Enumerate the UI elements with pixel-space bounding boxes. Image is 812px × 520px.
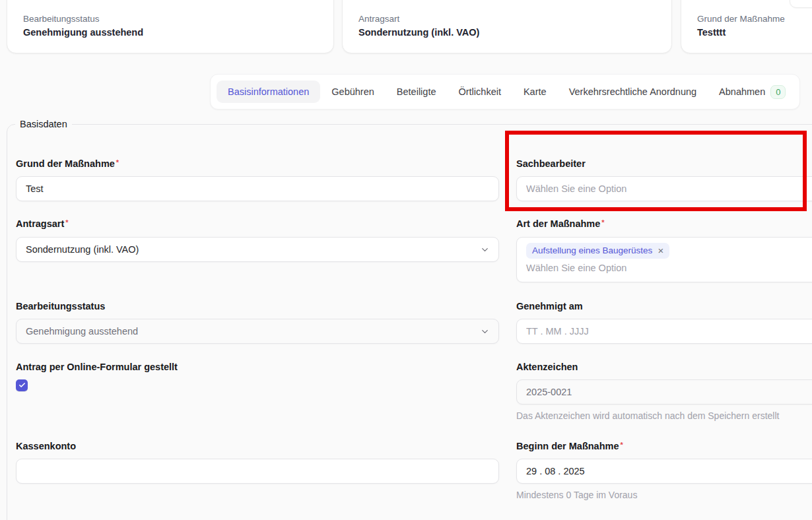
tab-beteiligte[interactable]: Beteiligte (386, 81, 448, 103)
required-asterisk: * (65, 218, 68, 226)
label-text: Kassenkonto (16, 441, 76, 451)
beginn-der-massnahme-date-input[interactable] (516, 459, 812, 484)
tab-label: Verkehrsrechtliche Anordnung (569, 86, 696, 97)
label-beginn-der-massnahme: Beginn der Maßnahme* (516, 441, 623, 451)
art-der-massnahme-multiselect[interactable]: Aufstellung eines Baugerüstes × Wählen S… (516, 237, 812, 282)
tab-label: Beteiligte (397, 86, 436, 97)
label-text: Aktenzeichen (516, 362, 578, 372)
online-formular-checkbox[interactable] (16, 379, 28, 391)
aktenzeichen-helper-text: Das Aktenzeichen wird automatisch nach d… (516, 410, 779, 421)
tab-label: Örtlichkeit (458, 86, 500, 97)
label-bearbeitungsstatus: Bearbeitungsstatus (16, 301, 105, 311)
label-art-der-massnahme: Art der Maßnahme* (516, 218, 605, 229)
chip-label: Aufstellung eines Baugerüstes (532, 245, 652, 257)
tab-label: Basisinformationen (228, 86, 309, 97)
sachbearbeiter-select[interactable] (516, 176, 812, 201)
card-label: Bearbeitungsstatus (23, 14, 318, 24)
label-kassenkonto: Kassenkonto (16, 441, 76, 451)
label-text: Art der Maßnahme (516, 218, 600, 229)
chevron-down-icon (480, 245, 490, 257)
tab-karte[interactable]: Karte (512, 81, 558, 103)
label-text: Bearbeitungsstatus (16, 301, 105, 311)
card-label: Grund der Maßnahme (697, 14, 809, 24)
label-sachbearbeiter: Sachbearbeiter (516, 158, 586, 169)
label-genehmigt-am: Genehmigt am (516, 301, 583, 311)
label-text: Grund der Maßnahme (16, 158, 115, 169)
tab-bar: Basisinformationen Gebühren Beteiligte Ö… (210, 74, 800, 110)
card-value: Testttt (697, 27, 809, 38)
label-text: Antrag per Online-Formular gestellt (16, 362, 178, 372)
aktenzeichen-input (516, 379, 812, 405)
selected-tag-chip: Aufstellung eines Baugerüstes × (526, 243, 669, 259)
tab-label: Karte (524, 86, 547, 97)
label-text: Genehmigt am (516, 301, 583, 311)
card-value: Genehmigung ausstehend (23, 27, 318, 38)
selected-option: Sondernutzung (inkl. VAO) (26, 244, 139, 255)
count-badge: 0 (770, 85, 786, 99)
card-label: Antragsart (358, 14, 656, 24)
tab-label: Gebühren (331, 86, 374, 97)
label-antragsart: Antragsart* (16, 218, 69, 229)
bearbeitungsstatus-select[interactable]: Genehmigung ausstehend (16, 319, 499, 344)
tab-verkehrsrechtliche-anordnung[interactable]: Verkehrsrechtliche Anordnung (558, 81, 708, 103)
label-aktenzeichen: Aktenzeichen (516, 362, 578, 372)
fieldset-legend: Basisdaten (15, 119, 72, 129)
antragsart-select[interactable]: Sondernutzung (inkl. VAO) (16, 237, 499, 262)
label-online-formular: Antrag per Online-Formular gestellt (16, 362, 178, 372)
tab-oertlichkeit[interactable]: Örtlichkeit (447, 81, 512, 103)
required-asterisk: * (601, 218, 604, 226)
cropped-card-corner (790, 0, 812, 8)
beginn-helper-text: Mindestens 0 Tage im Voraus (516, 490, 637, 500)
selected-option: Genehmigung ausstehend (26, 326, 138, 337)
multiselect-placeholder: Wählen Sie eine Option (526, 263, 626, 273)
required-asterisk: * (116, 158, 119, 166)
check-icon (18, 380, 26, 391)
summary-card-bearbeitungsstatus: Bearbeitungsstatus Genehmigung ausstehen… (7, 0, 334, 53)
summary-card-antragsart: Antragsart Sondernutzung (inkl. VAO) (342, 0, 672, 53)
tab-gebuehren[interactable]: Gebühren (320, 81, 386, 103)
tab-basisinformationen[interactable]: Basisinformationen (217, 81, 320, 103)
card-value: Sondernutzung (inkl. VAO) (358, 27, 656, 38)
grund-der-massnahme-input[interactable] (16, 176, 499, 201)
required-asterisk: * (621, 441, 623, 449)
label-text: Antragsart (16, 218, 64, 229)
summary-card-grund: Grund der Maßnahme Testttt (681, 0, 812, 53)
tab-label: Abnahmen (719, 86, 765, 97)
genehmigt-am-date-input[interactable] (516, 319, 812, 344)
label-text: Sachbearbeiter (516, 158, 586, 169)
chevron-down-icon (480, 327, 490, 339)
tab-abnahmen[interactable]: Abnahmen 0 (708, 79, 797, 105)
label-text: Beginn der Maßnahme (516, 441, 619, 451)
kassenkonto-input[interactable] (16, 459, 499, 484)
label-grund-der-massnahme: Grund der Maßnahme* (16, 158, 119, 169)
remove-tag-icon[interactable]: × (658, 246, 663, 255)
